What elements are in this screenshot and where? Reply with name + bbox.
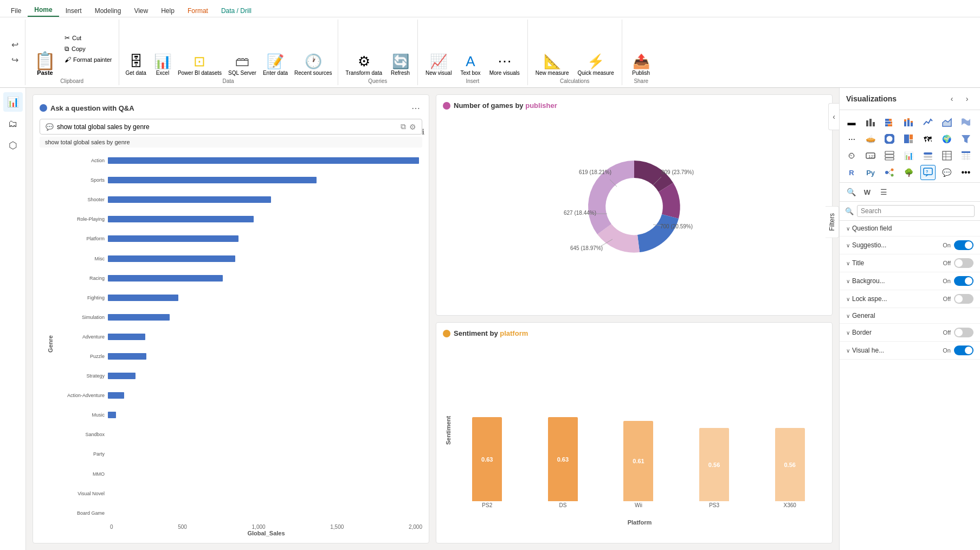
cut-button[interactable]: ✂Cut: [62, 33, 114, 43]
undo-button[interactable]: ↩: [8, 38, 22, 52]
viz-gauge[interactable]: ⏲: [844, 148, 859, 163]
qa-search-input[interactable]: [57, 123, 397, 131]
tab-insert[interactable]: Insert: [59, 5, 88, 17]
prop-question-field[interactable]: ∨ Question field: [840, 221, 980, 236]
prop-lock-aspect[interactable]: ∨ Lock aspe... Off: [840, 290, 980, 308]
viz-filled-map[interactable]: 🌍: [939, 131, 955, 146]
viz-multirow-card[interactable]: [882, 148, 897, 163]
viz-more[interactable]: •••: [958, 165, 973, 180]
tab-data-drill[interactable]: Data / Drill: [215, 5, 258, 17]
prop-border[interactable]: ∨ Border Off: [840, 324, 980, 342]
prop-lock-value: Off: [943, 296, 951, 302]
viz-table[interactable]: [939, 148, 955, 163]
filters-tab[interactable]: Filters: [826, 206, 839, 238]
power-bi-datasets-button[interactable]: ⊡ Power BI datasets: [176, 52, 224, 77]
copy-button[interactable]: ⧉Copy: [62, 44, 114, 54]
bar-row: MMO: [48, 470, 422, 478]
viz-scatter[interactable]: ⋯: [844, 131, 859, 146]
svg-text:700 (20.59%): 700 (20.59%): [660, 223, 693, 229]
prop-background-toggle[interactable]: [954, 276, 973, 286]
publish-button[interactable]: 📤 Publish: [627, 52, 656, 77]
viz-funnel[interactable]: [958, 131, 973, 146]
qa-copy-icon[interactable]: ⧉: [401, 122, 406, 131]
nav-model-icon[interactable]: ⬡: [3, 136, 23, 155]
tab-format[interactable]: Format: [181, 5, 215, 17]
qa-card: Ask a question with Q&A ⋯ 💬 ⧉ ⚙ show tot…: [33, 94, 429, 543]
paste-button[interactable]: 📋 Paste: [30, 21, 60, 77]
new-measure-button[interactable]: 📐 New measure: [532, 52, 572, 77]
viz-card[interactable]: 123: [863, 148, 878, 163]
viz-search-input[interactable]: [857, 205, 975, 217]
more-visuals-button[interactable]: ⋯ More visuals: [486, 52, 523, 77]
viz-pie[interactable]: 🥧: [863, 131, 878, 146]
viz-bar-chart[interactable]: ▬: [844, 114, 859, 130]
viz-panel-chevron-left[interactable]: ‹: [945, 92, 958, 105]
viz-line-chart[interactable]: [920, 114, 936, 130]
new-visual-button[interactable]: 📈 New visual: [422, 52, 455, 77]
text-box-button[interactable]: A Text box: [457, 52, 483, 77]
viz-types-grid: ▬ ⋯ 🥧 🗺 🌍 ⏲: [840, 110, 980, 183]
panel-collapse-button[interactable]: ‹: [828, 103, 839, 130]
viz-ribbon[interactable]: [958, 114, 973, 130]
prop-visual-header-toggle[interactable]: [954, 346, 973, 355]
bar-row: Misc: [48, 255, 422, 263]
recent-sources-button[interactable]: 🕐 Recent sources: [292, 52, 334, 77]
redo-button[interactable]: ↪: [8, 53, 22, 67]
get-data-button[interactable]: 🗄 Get data: [122, 52, 150, 77]
viz-area-chart[interactable]: [939, 114, 955, 130]
tab-help[interactable]: Help: [154, 5, 181, 17]
viz-kpi[interactable]: 📊: [901, 148, 916, 163]
viz-list-icon[interactable]: ☰: [876, 185, 891, 199]
svg-rect-11: [866, 120, 868, 126]
svg-rect-17: [891, 121, 892, 124]
prop-border-toggle[interactable]: [954, 328, 973, 337]
tab-home[interactable]: Home: [28, 4, 59, 17]
viz-r-visual[interactable]: R: [844, 165, 859, 180]
prop-lock-toggle[interactable]: [954, 294, 973, 304]
nav-report-icon[interactable]: 📊: [3, 92, 23, 112]
svg-point-50: [885, 171, 888, 174]
viz-stacked-bar[interactable]: [882, 114, 897, 130]
viz-matrix[interactable]: [958, 148, 973, 163]
prop-suggestions-toggle[interactable]: [954, 240, 973, 250]
tab-file[interactable]: File: [4, 5, 28, 17]
sentiment-x-label: Platform: [443, 519, 826, 526]
format-painter-button[interactable]: 🖌Format painter: [62, 55, 114, 65]
viz-slicer[interactable]: [920, 148, 936, 163]
prop-title-toggle[interactable]: [954, 258, 973, 268]
svg-point-52: [891, 174, 894, 177]
viz-smart-narrative[interactable]: 💬: [939, 165, 955, 180]
viz-search-extra-icon[interactable]: 🔍: [844, 185, 858, 199]
viz-stacked-column[interactable]: [901, 114, 916, 130]
viz-map[interactable]: 🗺: [920, 131, 936, 146]
quick-measure-button[interactable]: ⚡ Quick measure: [574, 52, 617, 77]
prop-background[interactable]: ∨ Backgrou... On: [840, 272, 980, 290]
prop-title[interactable]: ∨ Title Off: [840, 254, 980, 272]
tab-view[interactable]: View: [127, 5, 154, 17]
viz-column-chart[interactable]: [863, 114, 878, 130]
viz-donut[interactable]: [882, 131, 897, 146]
prop-general[interactable]: ∨ General: [840, 308, 980, 324]
transform-data-button[interactable]: ⚙ Transform data: [343, 52, 385, 77]
viz-panel-chevron-right[interactable]: ›: [960, 92, 973, 105]
viz-word-icon[interactable]: W: [860, 185, 874, 199]
viz-decomp-tree[interactable]: 🌳: [901, 165, 916, 180]
sql-server-button[interactable]: 🗃 SQL Server: [226, 52, 259, 77]
viz-python-visual[interactable]: Py: [863, 165, 878, 180]
enter-data-button[interactable]: 📝 Enter data: [261, 52, 290, 77]
qa-suggestion[interactable]: show total global sales by genre: [40, 137, 422, 148]
prop-visual-header[interactable]: ∨ Visual he... On: [840, 342, 980, 360]
viz-treemap[interactable]: [901, 131, 916, 146]
bar-row: Fighting: [48, 294, 422, 302]
excel-button[interactable]: 📊 Excel: [152, 52, 173, 77]
qa-more-button[interactable]: ⋯: [409, 101, 422, 114]
qa-settings-icon[interactable]: ⚙: [409, 123, 416, 131]
viz-qa[interactable]: ?: [920, 165, 936, 180]
qa-info-icon[interactable]: ℹ: [422, 127, 424, 136]
prop-suggestions[interactable]: ∨ Suggestio... On: [840, 236, 980, 254]
viz-key-influencers[interactable]: [882, 165, 897, 180]
tab-modeling[interactable]: Modeling: [88, 5, 128, 17]
nav-data-icon[interactable]: 🗂: [3, 114, 23, 133]
bar-row: Music: [48, 411, 422, 419]
refresh-button[interactable]: 🔄 Refresh: [388, 52, 413, 77]
